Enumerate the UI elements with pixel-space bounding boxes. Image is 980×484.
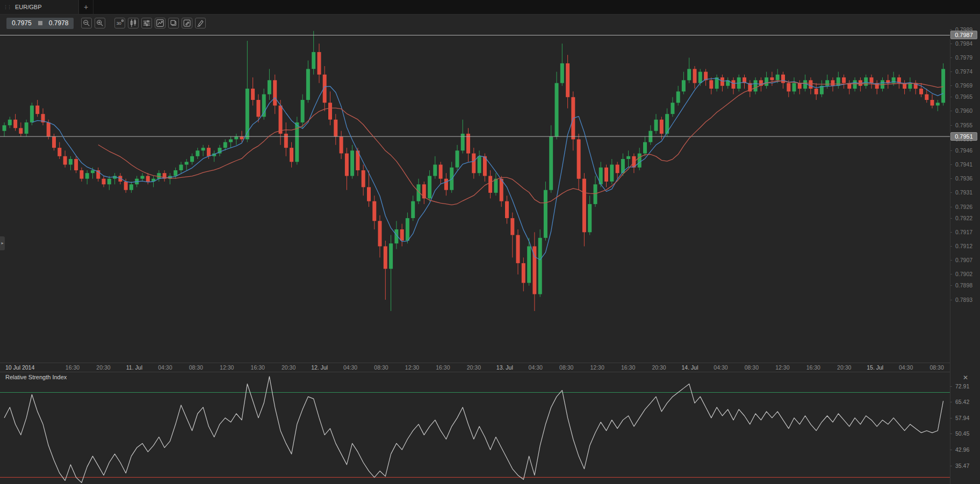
time-axis-label: 16:30 [806, 364, 820, 371]
price-axis-label: 0.7907 [955, 257, 972, 264]
time-axis-label: 16:30 [621, 364, 635, 371]
price-axis-label: 0.7960 [955, 107, 972, 114]
tab-eurgbp[interactable]: ⋮⋮ EUR/GBP [0, 0, 79, 14]
time-axis-label: 20:30 [467, 364, 481, 371]
time-axis-label: 08:30 [559, 364, 573, 371]
plus-icon: + [84, 3, 88, 11]
rsi-canvas[interactable] [0, 372, 950, 484]
rsi-axis[interactable]: 72.9165.4257.9450.4542.9635.47 [950, 372, 980, 484]
price-line-badge: 0.7951 [950, 132, 977, 141]
time-axis-label: 04:30 [343, 364, 357, 371]
time-axis-label: 15. Jul [867, 364, 883, 371]
bid-price: 0.7975 [12, 19, 32, 27]
tab-label: EUR/GBP [15, 4, 42, 10]
rsi-axis-label: 50.45 [955, 430, 969, 437]
time-axis-label: 08:30 [374, 364, 388, 371]
rsi-title: Relative Strength Index [5, 374, 67, 380]
chart-type-candles-icon[interactable] [128, 18, 139, 28]
duplicate-chart-icon[interactable] [168, 18, 179, 28]
time-axis-label: 13. Jul [496, 364, 513, 371]
rsi-axis-label: 35.47 [955, 463, 969, 469]
time-axis-label: 20:30 [837, 364, 851, 371]
price-axis-label: 0.7946 [955, 147, 972, 154]
time-axis-label: 14. Jul [682, 364, 698, 371]
rsi-axis-label: 42.96 [955, 446, 969, 453]
rsi-tick [950, 402, 952, 402]
tab-bar: ⋮⋮ EUR/GBP + [0, 0, 980, 15]
timeframe-icon[interactable]: 30 [114, 18, 125, 28]
price-tick [950, 30, 952, 30]
time-axis-label: 16:30 [436, 364, 450, 371]
time-axis-label: 04:30 [714, 364, 727, 371]
chart-pattern-icon[interactable] [155, 18, 165, 28]
rsi-axis-label: 65.42 [955, 399, 969, 406]
time-axis[interactable]: 10 Jul 201416:3020:3011. Jul04:3008:3012… [0, 363, 950, 372]
time-axis-label: 12:30 [405, 364, 419, 371]
time-axis-label: 08:30 [745, 364, 759, 371]
time-axis-label: 08:30 [189, 364, 203, 371]
price-axis-label: 0.7898 [955, 282, 972, 289]
time-axis-label: 20:30 [96, 364, 110, 371]
time-axis-label: 16:30 [251, 364, 265, 371]
price-axis-label: 0.7965 [955, 93, 972, 100]
rsi-tick [950, 434, 952, 434]
price-axis-label: 0.7922 [955, 215, 972, 222]
time-axis-label: 04:30 [158, 364, 172, 371]
price-axis-label: 0.7955 [955, 122, 972, 129]
sidebar-collapse-handle[interactable]: ▸ [0, 236, 5, 250]
collapse-arrow-icon: ▸ [1, 241, 3, 245]
price-axis-label: 0.7936 [955, 175, 972, 182]
price-axis-label: 0.7969 [955, 82, 972, 89]
app-window: ⋮⋮ EUR/GBP + 0.7975 0.7978 30 0.79890.79… [0, 0, 980, 484]
price-line-badge: 0.7987 [950, 31, 977, 39]
tab-drag-handle-icon[interactable]: ⋮⋮ [3, 5, 11, 10]
toolbar-buttons: 30 [81, 18, 208, 28]
price-axis-label: 0.7912 [955, 243, 972, 250]
price-axis-label: 0.7984 [955, 40, 972, 47]
rsi-tick [950, 466, 952, 466]
time-axis-label: 12:30 [220, 364, 234, 371]
rsi-close-button[interactable]: ✕ [961, 373, 970, 382]
time-axis-label: 16:30 [66, 364, 80, 371]
time-axis-label: 04:30 [529, 364, 543, 371]
rsi-axis-label: 57.94 [955, 415, 969, 422]
rsi-panel: Relative Strength Index ✕ 72.9165.4257.9… [0, 372, 980, 484]
price-axis-label: 0.7931 [955, 189, 972, 196]
price-axis-label: 0.7893 [955, 297, 972, 304]
zoom-out-icon[interactable] [81, 18, 92, 28]
ask-price: 0.7978 [49, 19, 69, 27]
draw-tool-icon[interactable] [195, 18, 206, 28]
time-axis-label: 04:30 [899, 364, 913, 371]
rsi-tick [950, 386, 952, 387]
time-axis-label: 08:30 [929, 364, 943, 371]
svg-text:30: 30 [117, 21, 121, 26]
new-tab-button[interactable]: + [79, 0, 93, 14]
time-axis-label: 11. Jul [126, 364, 142, 371]
rsi-axis-label: 72.91 [955, 383, 969, 390]
time-axis-label: 10 Jul 2014 [5, 364, 34, 371]
price-axis[interactable]: 0.79890.79840.79790.79740.79690.79650.79… [950, 14, 980, 363]
time-axis-label: 20:30 [652, 364, 666, 371]
time-axis-label: 12:30 [590, 364, 604, 371]
price-axis-label: 0.7941 [955, 161, 972, 168]
price-axis-label: 0.7917 [955, 229, 972, 236]
price-axis-label: 0.7926 [955, 204, 972, 211]
close-icon: ✕ [963, 374, 968, 381]
zoom-in-icon[interactable] [95, 18, 105, 28]
quote-box[interactable]: 0.7975 0.7978 [6, 18, 74, 29]
rsi-tick [950, 450, 952, 450]
indicators-icon[interactable] [141, 18, 152, 28]
price-axis-label: 0.7979 [955, 54, 972, 61]
time-axis-label: 12. Jul [311, 364, 328, 371]
time-axis-label: 12:30 [775, 364, 789, 371]
spread-indicator-icon [38, 21, 42, 25]
time-axis-label: 20:30 [282, 364, 296, 371]
chart-toolbar: 0.7975 0.7978 30 [6, 17, 208, 29]
rsi-tick [950, 418, 952, 418]
price-axis-label: 0.7902 [955, 271, 972, 278]
price-axis-label: 0.7974 [955, 68, 972, 75]
edit-chart-icon[interactable] [182, 18, 192, 28]
main-chart-canvas[interactable] [0, 31, 950, 363]
